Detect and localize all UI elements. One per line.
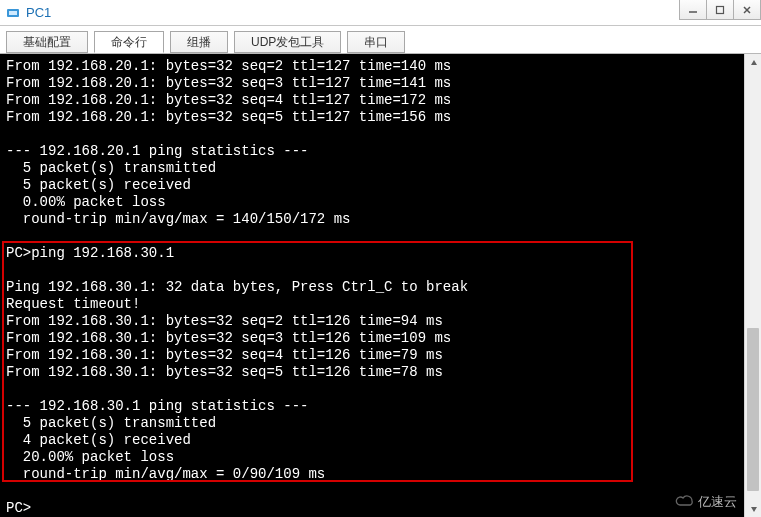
window-titlebar: PC1: [0, 0, 761, 26]
vertical-scrollbar[interactable]: [744, 54, 761, 517]
svg-rect-3: [717, 6, 724, 13]
tab-basic-config[interactable]: 基础配置: [6, 31, 88, 53]
scroll-down-button[interactable]: [745, 500, 761, 517]
scrollbar-track[interactable]: [745, 71, 761, 500]
terminal-container: From 192.168.20.1: bytes=32 seq=2 ttl=12…: [0, 54, 761, 517]
window-title: PC1: [26, 5, 51, 20]
close-button[interactable]: [733, 0, 761, 20]
svg-marker-7: [751, 507, 757, 512]
scroll-up-button[interactable]: [745, 54, 761, 71]
tab-multicast[interactable]: 组播: [170, 31, 228, 53]
app-icon: [6, 6, 20, 20]
tab-strip: 基础配置 命令行 组播 UDP发包工具 串口: [0, 26, 761, 54]
window-controls: [680, 0, 761, 20]
minimize-button[interactable]: [679, 0, 707, 20]
maximize-button[interactable]: [706, 0, 734, 20]
svg-rect-1: [9, 11, 17, 15]
scrollbar-thumb[interactable]: [747, 328, 759, 491]
svg-marker-6: [751, 60, 757, 65]
tab-udp-tool[interactable]: UDP发包工具: [234, 31, 341, 53]
tab-command-line[interactable]: 命令行: [94, 31, 164, 53]
terminal-output[interactable]: From 192.168.20.1: bytes=32 seq=2 ttl=12…: [0, 54, 743, 517]
tab-serial[interactable]: 串口: [347, 31, 405, 53]
